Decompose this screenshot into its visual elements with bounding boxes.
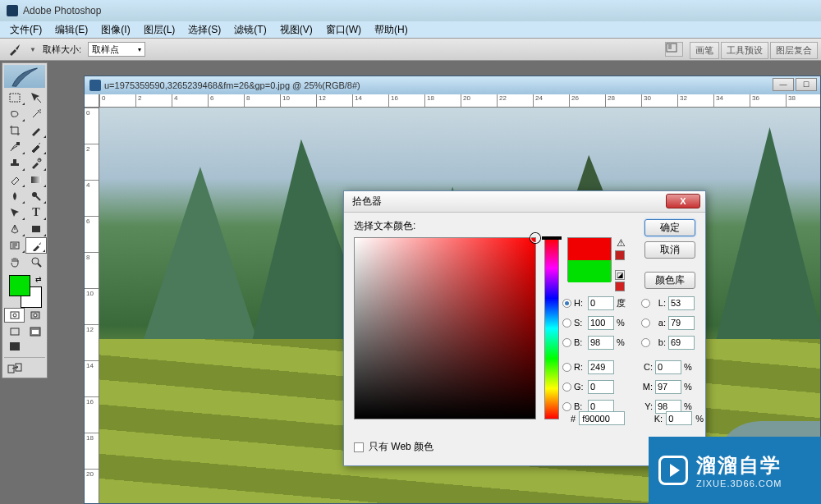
tool-type[interactable]: T	[25, 204, 47, 221]
radio-r[interactable]	[562, 363, 571, 372]
app-titlebar: Adobe Photoshop	[0, 0, 821, 21]
tool-eraser[interactable]	[4, 172, 25, 188]
svg-point-8	[32, 258, 39, 264]
workspace: T ⇄ u=197535	[0, 61, 821, 504]
hue-slider[interactable]	[544, 237, 559, 419]
radio-a[interactable]	[641, 318, 650, 328]
menu-edit[interactable]: 编辑(E)	[50, 21, 93, 39]
radio-b-lab[interactable]	[641, 338, 650, 347]
app-icon	[7, 5, 18, 16]
sample-size-label: 取样大小:	[43, 44, 81, 56]
radio-b-rgb[interactable]	[562, 402, 571, 411]
screen-standard-button[interactable]	[4, 324, 25, 339]
input-s[interactable]	[588, 316, 614, 330]
quickmask-mode-button[interactable]	[25, 308, 45, 323]
palette-well-button[interactable]	[665, 42, 683, 57]
menu-help[interactable]: 帮助(H)	[369, 21, 413, 39]
color-libraries-button[interactable]: 颜色库	[644, 272, 695, 289]
tool-pen[interactable]	[4, 221, 25, 237]
screen-full-button[interactable]	[4, 339, 25, 354]
color-picker-titlebar[interactable]: 拾色器 X	[344, 191, 705, 213]
tool-move[interactable]	[25, 89, 47, 106]
tool-path-select[interactable]	[4, 204, 25, 221]
ok-button[interactable]: 确定	[644, 219, 695, 236]
svg-rect-6	[32, 226, 40, 232]
tool-hand[interactable]	[4, 254, 25, 270]
menu-image[interactable]: 图像(I)	[96, 21, 135, 39]
toolbox: T ⇄	[2, 62, 48, 378]
radio-s[interactable]	[562, 318, 571, 328]
input-b-lab[interactable]	[668, 336, 695, 350]
toolbox-header[interactable]	[4, 65, 45, 88]
websafe-warning-icon[interactable]: ◪	[615, 270, 625, 280]
tool-notes[interactable]	[4, 237, 25, 254]
watermark-title: 溜溜自学	[696, 452, 782, 479]
input-b-hsb[interactable]	[588, 336, 614, 350]
tool-zoom[interactable]	[25, 254, 47, 270]
svg-rect-16	[10, 342, 20, 351]
maximize-button[interactable]: ☐	[796, 78, 817, 91]
current-color-swatch[interactable]	[568, 260, 611, 282]
standard-mode-button[interactable]	[4, 308, 25, 323]
tool-blur[interactable]	[4, 188, 25, 204]
document-titlebar[interactable]: u=1975359590,3265239468&fm=26&gp=0.jpg @…	[85, 76, 820, 94]
input-g[interactable]	[588, 380, 614, 394]
saturation-value-field[interactable]	[354, 237, 536, 419]
tool-healing[interactable]	[4, 139, 25, 155]
cancel-button[interactable]: 取消	[644, 241, 695, 259]
menu-view[interactable]: 视图(V)	[275, 21, 318, 39]
tab-brushes[interactable]: 画笔	[690, 42, 719, 59]
input-m[interactable]	[655, 380, 681, 394]
input-r[interactable]	[588, 360, 614, 374]
tab-layer-comps[interactable]: 图层复合	[770, 42, 818, 59]
radio-l[interactable]	[641, 299, 650, 308]
swap-colors-icon[interactable]: ⇄	[35, 275, 42, 283]
web-only-checkbox[interactable]	[354, 442, 364, 452]
new-color-swatch[interactable]	[568, 238, 611, 260]
input-k[interactable]	[666, 411, 692, 425]
tool-wand[interactable]	[25, 106, 47, 122]
tool-brush[interactable]	[25, 139, 47, 155]
gamut-warning-icon[interactable]: ⚠	[615, 237, 626, 249]
menu-window[interactable]: 窗口(W)	[321, 21, 366, 39]
tab-tool-presets[interactable]: 工具预设	[721, 42, 768, 59]
close-button[interactable]: X	[666, 194, 700, 208]
tool-stamp[interactable]	[4, 155, 25, 172]
sample-size-select[interactable]: 取样点▾	[88, 42, 145, 57]
tool-lasso[interactable]	[4, 106, 25, 122]
tool-marquee[interactable]	[4, 89, 25, 106]
svg-rect-9	[11, 312, 19, 318]
tool-slice[interactable]	[25, 122, 47, 139]
watermark-banner: 溜溜自学 ZIXUE.3D66.COM	[649, 437, 821, 504]
websafe-swatch[interactable]	[615, 282, 625, 291]
input-a[interactable]	[668, 316, 695, 330]
tool-preset-arrow[interactable]: ▼	[30, 46, 36, 53]
color-picker-dialog: 拾色器 X 选择文本颜色: ⚠ ◪ 确定 取消	[343, 190, 706, 466]
radio-b-hsb[interactable]	[562, 338, 571, 347]
ruler-vertical[interactable]: 02468101214161820	[85, 108, 99, 503]
jump-imageready-button[interactable]	[4, 361, 25, 376]
menu-select[interactable]: 选择(S)	[183, 21, 226, 39]
tool-shape[interactable]	[25, 221, 47, 237]
input-h[interactable]	[588, 296, 614, 310]
input-c[interactable]	[655, 360, 681, 374]
radio-g[interactable]	[562, 383, 571, 392]
input-l[interactable]	[668, 296, 695, 310]
minimize-button[interactable]: —	[773, 78, 794, 91]
radio-h[interactable]	[562, 299, 571, 308]
tool-crop[interactable]	[4, 122, 25, 139]
tool-gradient[interactable]	[25, 172, 47, 188]
sv-cursor	[530, 233, 540, 243]
screen-full-menubar-button[interactable]	[25, 324, 45, 339]
ruler-origin[interactable]	[85, 94, 99, 108]
tool-dodge[interactable]	[25, 188, 47, 204]
menu-layer[interactable]: 图层(L)	[139, 21, 181, 39]
tool-history-brush[interactable]	[25, 155, 47, 172]
foreground-color-swatch[interactable]	[9, 275, 30, 296]
menu-file[interactable]: 文件(F)	[5, 21, 47, 39]
gamut-swatch[interactable]	[615, 250, 625, 260]
input-hex[interactable]	[579, 411, 625, 425]
ruler-horizontal[interactable]: 0246810121416182022242628303234363840	[99, 94, 820, 108]
menu-filter[interactable]: 滤镜(T)	[229, 21, 271, 39]
tool-eyedropper[interactable]	[25, 237, 47, 254]
